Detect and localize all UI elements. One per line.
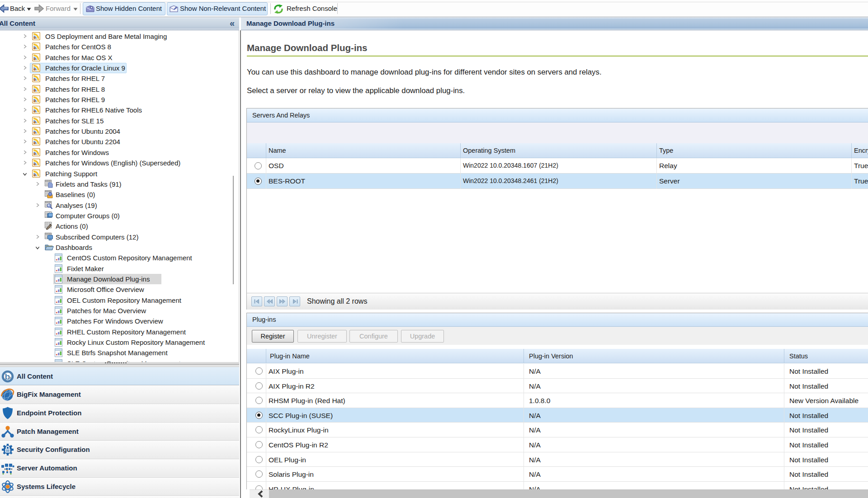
- svg-text:b: b: [5, 371, 10, 381]
